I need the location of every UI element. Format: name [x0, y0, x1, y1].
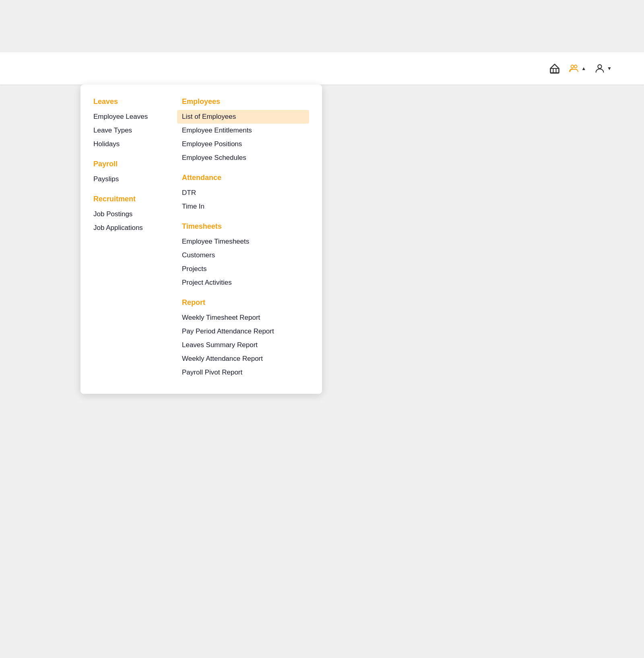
menu-item-payslips[interactable]: Payslips — [93, 172, 174, 186]
navbar: ▲ ▼ — [0, 52, 644, 85]
menu-item-payroll-pivot-report[interactable]: Payroll Pivot Report — [182, 366, 309, 379]
menu-item-weekly-timesheet-report[interactable]: Weekly Timesheet Report — [182, 311, 309, 325]
section-title-leaves: Leaves — [93, 97, 174, 106]
section-title-timesheets: Timesheets — [182, 222, 309, 231]
section-title-recruitment: Recruitment — [93, 195, 174, 203]
menu-item-time-in[interactable]: Time In — [182, 200, 309, 213]
svg-point-1 — [571, 65, 574, 68]
menu-item-employee-positions[interactable]: Employee Positions — [182, 137, 309, 151]
section-title-report: Report — [182, 298, 309, 307]
home-button[interactable] — [549, 63, 560, 74]
menu-item-project-activities[interactable]: Project Activities — [182, 276, 309, 290]
section-title-payroll: Payroll — [93, 160, 174, 168]
section-recruitment: Recruitment Job Postings Job Application… — [93, 195, 174, 235]
menu-item-employee-leaves[interactable]: Employee Leaves — [93, 110, 174, 124]
section-leaves: Leaves Employee Leaves Leave Types Holid… — [93, 97, 174, 151]
svg-rect-0 — [551, 68, 559, 73]
section-employees: Employees List of Employees Employee Ent… — [182, 97, 309, 165]
menu-item-job-postings[interactable]: Job Postings — [93, 207, 174, 221]
menu-item-weekly-attendance-report[interactable]: Weekly Attendance Report — [182, 352, 309, 366]
navbar-icons: ▲ ▼ — [549, 63, 612, 74]
menu-item-leave-types[interactable]: Leave Types — [93, 124, 174, 137]
account-menu-button[interactable]: ▼ — [594, 63, 612, 74]
section-title-employees: Employees — [182, 97, 309, 106]
menu-item-projects[interactable]: Projects — [182, 262, 309, 276]
users-menu-arrow: ▲ — [581, 66, 586, 71]
menu-item-list-of-employees[interactable]: List of Employees — [177, 110, 309, 124]
section-timesheets: Timesheets Employee Timesheets Customers… — [182, 222, 309, 290]
svg-point-3 — [598, 65, 601, 68]
menu-item-customers[interactable]: Customers — [182, 248, 309, 262]
svg-point-2 — [574, 65, 577, 68]
menu-item-pay-period-attendance-report[interactable]: Pay Period Attendance Report — [182, 325, 309, 338]
section-report: Report Weekly Timesheet Report Pay Perio… — [182, 298, 309, 379]
users-menu-button[interactable]: ▲ — [568, 63, 586, 74]
menu-item-job-applications[interactable]: Job Applications — [93, 221, 174, 235]
section-title-attendance: Attendance — [182, 174, 309, 182]
menu-item-leaves-summary-report[interactable]: Leaves Summary Report — [182, 338, 309, 352]
menu-item-employee-schedules[interactable]: Employee Schedules — [182, 151, 309, 165]
section-attendance: Attendance DTR Time In — [182, 174, 309, 213]
menu-item-dtr[interactable]: DTR — [182, 186, 309, 200]
menu-column-left: Leaves Employee Leaves Leave Types Holid… — [93, 97, 182, 379]
menu-item-employee-timesheets[interactable]: Employee Timesheets — [182, 235, 309, 248]
dropdown-menu: Leaves Employee Leaves Leave Types Holid… — [80, 85, 322, 394]
section-payroll: Payroll Payslips — [93, 160, 174, 186]
account-menu-arrow: ▼ — [607, 66, 612, 71]
menu-item-holidays[interactable]: Holidays — [93, 137, 174, 151]
menu-column-right: Employees List of Employees Employee Ent… — [182, 97, 309, 379]
menu-item-employee-entitlements[interactable]: Employee Entitlements — [182, 124, 309, 137]
